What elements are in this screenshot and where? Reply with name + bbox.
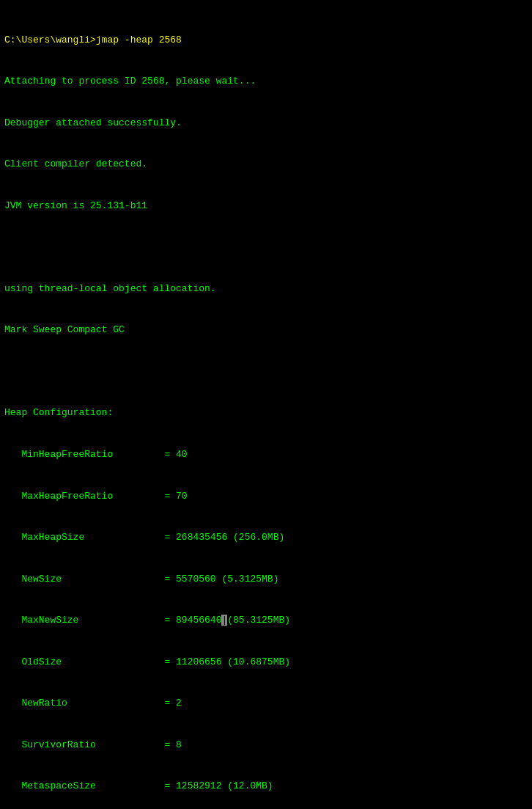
old-size: OldSize = 11206656 (10.6875MB) — [4, 656, 528, 670]
max-heap-free: MaxHeapFreeRatio = 70 — [4, 490, 528, 504]
blank-line-1 — [4, 241, 528, 255]
output-client: Client compiler detected. — [4, 158, 528, 172]
new-ratio: NewRatio = 2 — [4, 697, 528, 711]
terminal-window: C:\Users\wangli>jmap -heap 2568 Attachin… — [4, 6, 528, 809]
blank-line-2 — [4, 365, 528, 379]
survivor-ratio: SurvivorRatio = 8 — [4, 739, 528, 753]
min-heap-free: MinHeapFreeRatio = 40 — [4, 448, 528, 462]
output-attaching: Attaching to process ID 2568, please wai… — [4, 75, 528, 89]
output-thread: using thread-local object allocation. — [4, 282, 528, 296]
output-debugger: Debugger attached successfully. — [4, 117, 528, 131]
command-line: C:\Users\wangli>jmap -heap 2568 — [4, 34, 528, 48]
output-jvm: JVM version is 25.131-b11 — [4, 199, 528, 213]
new-size: NewSize = 5570560 (5.3125MB) — [4, 573, 528, 587]
max-heap-size: MaxHeapSize = 268435456 (256.0MB) — [4, 531, 528, 545]
heap-config-header: Heap Configuration: — [4, 406, 528, 420]
max-new-size: MaxNewSize = 89456640|(85.3125MB) — [4, 614, 528, 628]
output-gc: Mark Sweep Compact GC — [4, 323, 528, 337]
metaspace-size: MetaspaceSize = 12582912 (12.0MB) — [4, 780, 528, 794]
